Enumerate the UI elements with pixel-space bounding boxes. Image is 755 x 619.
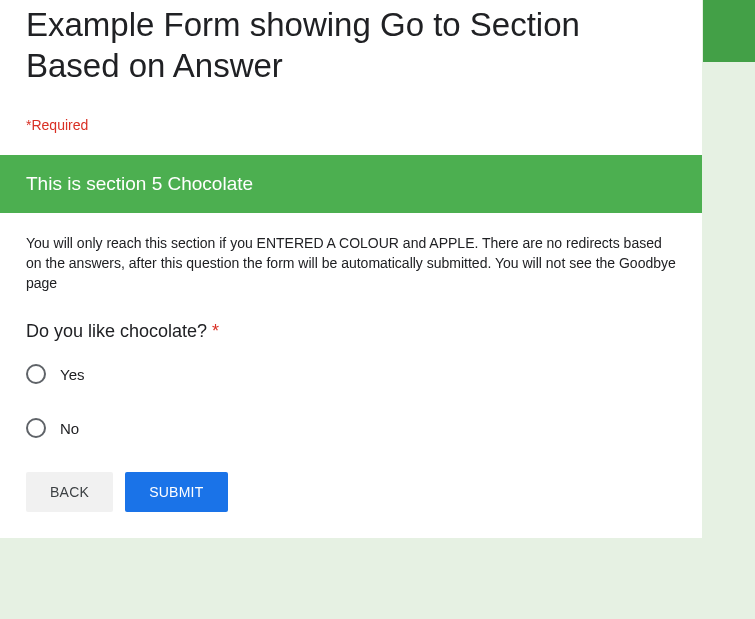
required-asterisk: *: [212, 321, 219, 341]
radio-option-yes[interactable]: Yes: [26, 364, 676, 384]
section-body: You will only reach this section if you …: [0, 213, 702, 539]
submit-button[interactable]: SUBMIT: [125, 472, 227, 512]
question-label: Do you like chocolate?: [26, 321, 212, 341]
radio-option-no[interactable]: No: [26, 418, 676, 438]
form-container: Example Form showing Go to Section Based…: [0, 0, 702, 538]
header-green-strip: [703, 0, 755, 62]
form-title: Example Form showing Go to Section Based…: [26, 0, 676, 87]
section-title-banner: This is section 5 Chocolate: [0, 155, 702, 213]
required-note: *Required: [26, 117, 676, 133]
question-text: Do you like chocolate? *: [26, 321, 676, 342]
radio-label: No: [60, 420, 79, 437]
radio-circle-icon: [26, 364, 46, 384]
button-row: BACK SUBMIT: [26, 472, 676, 512]
section-description: You will only reach this section if you …: [26, 233, 676, 294]
radio-label: Yes: [60, 366, 84, 383]
radio-circle-icon: [26, 418, 46, 438]
back-button[interactable]: BACK: [26, 472, 113, 512]
form-header: Example Form showing Go to Section Based…: [0, 0, 702, 155]
